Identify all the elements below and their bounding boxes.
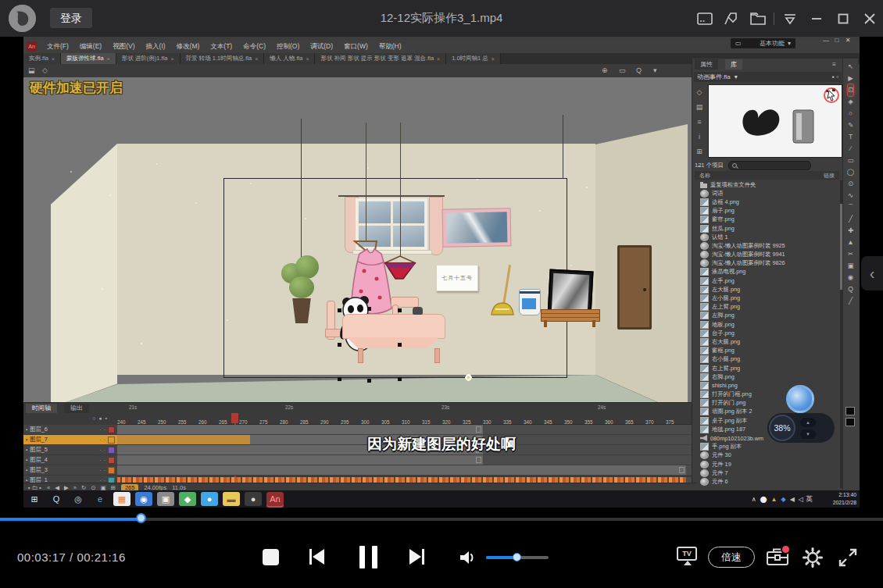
- ruler-frame-number: 290: [320, 419, 341, 425]
- ruler-frame-number: 285: [300, 419, 320, 425]
- next-button[interactable]: [409, 549, 424, 565]
- library-item: 元件 30: [694, 451, 837, 460]
- maximize-button[interactable]: [830, 7, 856, 30]
- folder-icon[interactable]: [745, 7, 771, 30]
- library-item-icon: [700, 303, 709, 311]
- library-item-icon: [700, 373, 709, 381]
- library-item-icon: [700, 338, 709, 346]
- library-search-input[interactable]: [728, 161, 811, 170]
- ruler-frame-number: 330: [483, 419, 503, 425]
- library-item-icon: [700, 216, 709, 223]
- library-item: 台子.png: [694, 329, 837, 337]
- animate-window-button: ✕: [842, 37, 853, 44]
- tab-close-icon: ×: [492, 56, 495, 62]
- library-item: 丝瓜.png: [694, 224, 837, 233]
- table-object: [413, 307, 423, 315]
- library-item: 边框 4.png: [694, 198, 837, 206]
- library-item: 元件 19: [694, 460, 837, 469]
- login-button[interactable]: 登录: [50, 8, 92, 28]
- pause-button[interactable]: [359, 546, 377, 568]
- library-preview: [708, 84, 842, 158]
- animate-menu-item: 编辑(E): [74, 42, 107, 52]
- tool-icon: ▭: [847, 155, 853, 166]
- layer-row: ▪ 图层_7 ··: [23, 435, 117, 445]
- minimize-button[interactable]: [803, 7, 830, 30]
- window-title: 12-12实际操作3_1.mp4: [381, 11, 503, 26]
- layer-row: ▪ 图层_6 ··: [23, 425, 117, 435]
- library-item: 重复项检查文件夹: [694, 180, 837, 189]
- ruler-frame-number: 340: [524, 419, 544, 425]
- panel-strip-icon: ◇: [697, 88, 702, 96]
- fullscreen-button[interactable]: [838, 547, 858, 568]
- layer-frames: [117, 465, 692, 476]
- plugin-pin-icon[interactable]: [718, 7, 745, 30]
- table: [342, 314, 445, 339]
- ruler-frame-number: 325: [463, 419, 483, 425]
- library-item: 右上臂.png: [694, 364, 837, 372]
- stop-button[interactable]: [263, 549, 279, 565]
- library-item-icon: [700, 259, 709, 267]
- bucket: [519, 289, 541, 315]
- tab-close-icon: ×: [437, 56, 440, 62]
- titlebar-divider: [774, 12, 774, 25]
- library-item-icon: [700, 435, 707, 441]
- time-separator: /: [70, 551, 73, 564]
- playlist-toggle[interactable]: ‹: [861, 256, 883, 290]
- document-tab: 懒人 人物.fla×: [264, 53, 315, 64]
- library-item: 元件 7: [694, 469, 837, 477]
- tool-icon: ✚: [848, 225, 853, 237]
- animate-logo: An: [27, 41, 37, 52]
- subtitle-icon[interactable]: [692, 7, 718, 30]
- guide-line: [301, 119, 302, 264]
- video-subtitle: 因为新建图层的好处啊: [367, 434, 516, 454]
- tv-icon: TV: [677, 547, 697, 561]
- progress-thumb[interactable]: [136, 513, 146, 523]
- table-skirt: [347, 337, 439, 348]
- document-tab: 形状 进阶(例)1.fla×: [116, 53, 181, 64]
- animate-toolbar-chip: ▭: [731, 38, 757, 48]
- layer-list: ▪ 图层_6 ·· ▪ 图层_7 ·· ▪ 图层_5 ··: [23, 425, 117, 486]
- animate-menu-item: 控制(O): [271, 42, 305, 52]
- ruler-frame-number: 315: [422, 419, 442, 425]
- layer-icon: ▪: [26, 458, 27, 462]
- library-item-icon: [700, 294, 709, 302]
- options-icon: ▾: [653, 66, 657, 74]
- taskbar-app-icon: ●: [245, 492, 262, 506]
- panel-menu-icon: ≡: [827, 59, 842, 69]
- player-logo[interactable]: [9, 5, 36, 32]
- wall-speckles: [70, 171, 72, 173]
- document-tab: 1.0时间轴1 总×: [446, 53, 501, 64]
- previous-button[interactable]: [309, 549, 324, 565]
- library-item: shishi.png: [694, 381, 837, 390]
- taskbar-app-icon: ⊞: [26, 492, 43, 506]
- settings-button[interactable]: [802, 547, 824, 568]
- library-item-icon: [700, 408, 709, 415]
- wall-note: 七月十五号: [436, 265, 478, 291]
- library-item-icon: [700, 207, 709, 215]
- tab-output: 输出: [64, 404, 89, 413]
- layer-color-chip: [108, 426, 115, 433]
- zoom-percent-badge: 38%: [769, 415, 795, 441]
- playback-speed-button[interactable]: 倍速: [708, 547, 755, 568]
- ruler-frame-number: 355: [584, 419, 605, 425]
- library-item-icon: [700, 443, 709, 451]
- table-leg: [434, 348, 440, 363]
- tab-library: 库: [725, 59, 742, 69]
- layer-color-chip: [108, 467, 115, 474]
- toolbox-button[interactable]: [766, 547, 791, 568]
- close-button[interactable]: [856, 7, 883, 30]
- library-item-icon: [700, 461, 709, 469]
- library-item: 认错 1: [694, 233, 837, 241]
- clip-icon: ▭: [619, 66, 626, 74]
- hanger-string: [366, 123, 366, 241]
- progress-bar[interactable]: [0, 518, 883, 521]
- tool-icon: ○: [849, 108, 853, 119]
- gear-icon: [802, 547, 824, 568]
- tv-cast-button[interactable]: TV: [677, 547, 700, 567]
- center-stage-icon: ⊕: [602, 66, 608, 74]
- library-item: 右小腿.png: [694, 355, 837, 364]
- volume-thumb[interactable]: [513, 553, 521, 561]
- recorder-bubble: [786, 385, 814, 413]
- volume-icon[interactable]: [458, 548, 478, 567]
- dropdown-menu-icon[interactable]: [777, 7, 803, 30]
